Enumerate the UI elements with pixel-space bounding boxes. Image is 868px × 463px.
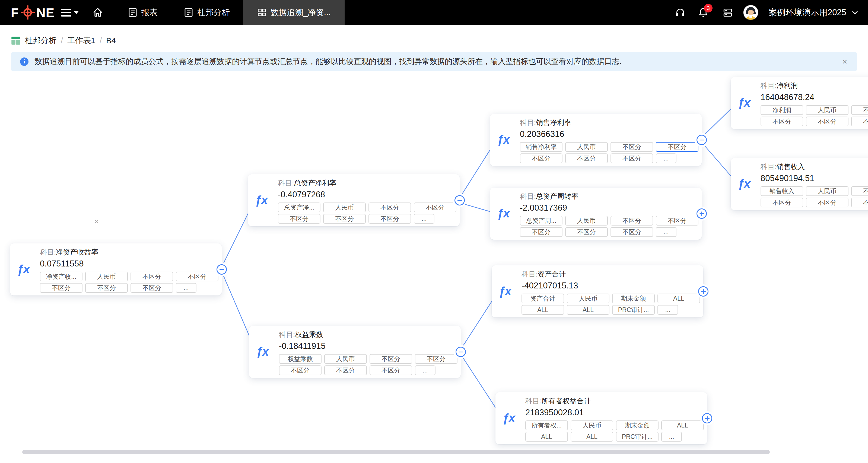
dimension-tag[interactable]: ALL (657, 294, 700, 303)
dimension-tag[interactable]: 期末金额 (612, 294, 655, 303)
dimension-tag[interactable]: ... (656, 154, 676, 163)
dimension-tag[interactable]: 不区分 (130, 283, 173, 293)
dimension-tag[interactable]: 不区分 (851, 198, 868, 207)
dimension-tag[interactable]: 期末金额 (616, 421, 658, 430)
dimension-tag[interactable]: 不区分 (279, 365, 321, 375)
node-subject: 科目:资产合计 (522, 270, 703, 278)
dimension-tag[interactable]: 总资产周... (520, 216, 562, 226)
dimension-tag[interactable]: ... (414, 214, 434, 224)
trace-node[interactable]: ƒx 科目:所有者权益合计 2183950028.01 所有者权...人民币期末… (495, 392, 707, 444)
dimension-tag[interactable]: PRC审计... (612, 305, 655, 315)
trace-node[interactable]: ƒx 科目:净利润 164048678.24 净利润人民币不区分不区分 不区分不… (731, 77, 868, 129)
workspace-switcher[interactable]: 案例环境演示用2025 (769, 0, 859, 25)
trace-node[interactable]: ƒx 科目:销售收入 805490194.51 销售收入人民币不区分不区分 不区… (731, 158, 868, 210)
trace-node[interactable]: ƒx 科目:资产合计 -402107015.13 资产合计人民币期末金额ALL … (492, 265, 703, 318)
dimension-tag[interactable]: 人民币 (806, 105, 848, 115)
user-avatar[interactable] (743, 0, 758, 25)
dimension-tag[interactable]: ALL (661, 421, 704, 430)
trace-node[interactable]: ƒx 科目:净资产收益率 0.07511558 净资产收...人民币不区分不区分… (10, 243, 222, 295)
dimension-tag[interactable]: 净利润 (761, 105, 803, 115)
dimension-tag[interactable]: 不区分 (656, 216, 699, 226)
dimension-tag[interactable]: ALL (522, 305, 564, 315)
dimension-tag[interactable]: 不区分 (369, 214, 411, 224)
dimension-tag[interactable]: 不区分 (565, 227, 608, 237)
dimension-tag[interactable]: 不区分 (761, 117, 803, 126)
collapse-expand-button[interactable] (217, 264, 227, 275)
dimension-tag[interactable]: 人民币 (567, 294, 610, 303)
dimension-tag[interactable]: 销售收入 (761, 186, 803, 196)
dimension-tag[interactable]: 不区分 (611, 227, 653, 237)
dimension-tag[interactable]: ALL (567, 305, 610, 315)
dimension-tag[interactable]: 不区分 (520, 227, 562, 237)
dimension-tag[interactable]: 人民币 (565, 216, 608, 226)
dimension-tag[interactable]: 不区分 (40, 283, 83, 293)
dimension-tag[interactable]: ... (176, 283, 196, 293)
trace-node[interactable]: ƒx 科目:权益乘数 -0.18411915 权益乘数人民币不区分不区分 不区分… (249, 326, 461, 378)
dimension-tag[interactable]: 不区分 (611, 154, 653, 163)
home-button[interactable] (92, 0, 103, 25)
dimension-tag[interactable]: 不区分 (415, 354, 458, 364)
dimension-tag[interactable]: ALL (570, 432, 613, 441)
dimension-tag[interactable]: PRC审计... (616, 432, 658, 441)
dimension-tag[interactable]: 不区分 (414, 202, 456, 212)
dimension-tag[interactable]: 不区分 (278, 214, 320, 224)
dimension-tag[interactable]: 不区分 (369, 202, 411, 212)
dimension-tag[interactable]: 不区分 (565, 154, 608, 163)
dimension-tag[interactable]: ... (415, 365, 435, 375)
dimension-tag[interactable]: ALL (525, 432, 568, 441)
dimension-tag[interactable]: 不区分 (851, 117, 868, 126)
horizontal-scrollbar-thumb[interactable] (22, 450, 770, 454)
dimension-tag[interactable]: ... (661, 432, 682, 441)
dimension-tag[interactable]: 不区分 (176, 272, 218, 282)
dimension-tag[interactable]: 所有者权... (525, 421, 568, 430)
trace-node[interactable]: ƒx 科目:总资产周转率 -2.00317369 总资产周...人民币不区分不区… (490, 188, 702, 240)
dimension-tag[interactable]: 不区分 (370, 365, 412, 375)
dimension-tag-row: 不区分不区分不区分... (761, 117, 868, 126)
tab-data-trace-active[interactable]: 数据追溯_净资... (243, 0, 345, 25)
fone-logo[interactable]: F NE (11, 0, 55, 25)
dimension-tag[interactable]: ... (656, 227, 676, 237)
dimension-tag[interactable]: 不区分 (130, 272, 173, 282)
dimension-tag[interactable]: 不区分 (806, 198, 848, 207)
dimension-tag[interactable]: 不区分 (851, 105, 868, 115)
tab-dupont-analysis[interactable]: 杜邦分析 (183, 0, 230, 25)
dimension-tag[interactable]: 不区分 (806, 117, 848, 126)
notifications-button[interactable]: 3 (698, 0, 709, 25)
dimension-tag[interactable]: 人民币 (806, 186, 848, 196)
apps-panel-button[interactable] (722, 0, 733, 25)
collapse-expand-button[interactable] (456, 347, 466, 357)
dimension-tag[interactable]: 总资产净... (278, 202, 320, 212)
trace-node[interactable]: ƒx 科目:销售净利率 0.20366316 销售净利率人民币不区分不区分 不区… (490, 114, 702, 166)
dimension-tag[interactable]: 不区分 (611, 142, 653, 152)
dimension-tag[interactable]: 不区分 (520, 154, 562, 163)
collapse-expand-button[interactable] (696, 135, 707, 145)
dimension-tag[interactable]: 净资产收... (40, 272, 83, 282)
dimension-tag[interactable]: 不区分 (323, 214, 366, 224)
avatar-image (743, 5, 758, 20)
dimension-tag[interactable]: 不区分 (324, 365, 367, 375)
node-body: 科目:权益乘数 -0.18411915 权益乘数人民币不区分不区分 不区分不区分… (279, 326, 461, 375)
dimension-tag[interactable]: 人民币 (324, 354, 367, 364)
dimension-tag[interactable]: 人民币 (85, 272, 128, 282)
collapse-expand-button[interactable] (702, 413, 712, 423)
collapse-expand-button[interactable] (698, 286, 709, 297)
tab-reports[interactable]: 报表 (127, 0, 158, 25)
dimension-tag[interactable]: 人民币 (565, 142, 608, 152)
dimension-tag[interactable]: 权益乘数 (279, 354, 321, 364)
dimension-tag[interactable]: 不区分 (85, 283, 128, 293)
dimension-tag[interactable]: 不区分 (611, 216, 653, 226)
dimension-tag[interactable]: 销售净利率 (520, 142, 562, 152)
main-menu-button[interactable] (61, 0, 79, 25)
dimension-tag[interactable]: 不区分 (851, 186, 868, 196)
dimension-tag[interactable]: 不区分 (656, 142, 699, 152)
dimension-tag[interactable]: ... (657, 305, 678, 315)
support-button[interactable] (675, 0, 686, 25)
dimension-tag[interactable]: 人民币 (323, 202, 366, 212)
dimension-tag[interactable]: 不区分 (761, 198, 803, 207)
dimension-tag[interactable]: 资产合计 (522, 294, 564, 303)
dimension-tag[interactable]: 人民币 (570, 421, 613, 430)
collapse-expand-button[interactable] (455, 195, 465, 205)
trace-node[interactable]: ƒx 科目:总资产净利率 -0.40797268 总资产净...人民币不区分不区… (248, 174, 460, 226)
dimension-tag[interactable]: 不区分 (370, 354, 412, 364)
collapse-expand-button[interactable] (696, 208, 707, 219)
